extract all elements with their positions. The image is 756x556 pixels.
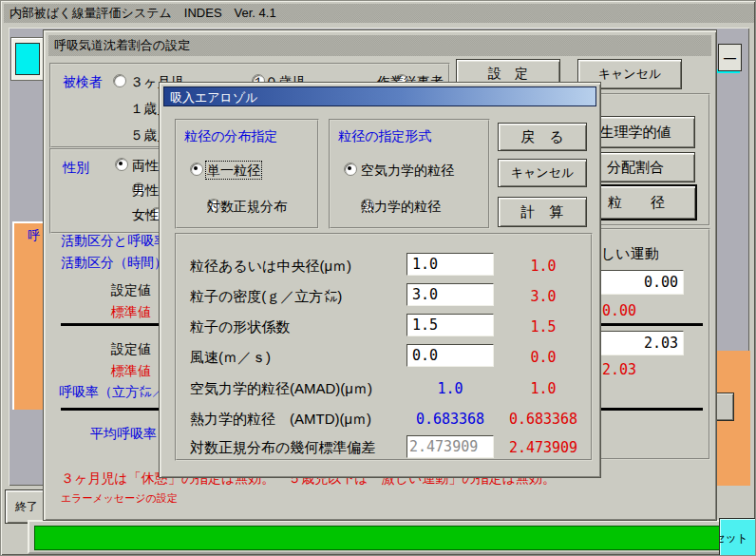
exercise-input-2[interactable] [600,331,684,355]
param-input-gsd [406,435,494,458]
radio-sex-female-label: 女性 [132,207,159,222]
param-input-density[interactable] [406,283,494,306]
param-label-density: 粒子の密度(ｇ／立方㍍) [190,288,342,306]
param-input-windspeed[interactable] [406,344,494,367]
progress-bar [34,526,724,550]
minimize-button[interactable]: — [718,44,742,71]
param-label-amtd: 熱力学的粒径 (AMTD)(μｍ) [190,411,371,429]
orange-panel-label: 呼 [28,227,40,244]
param-input-diameter[interactable] [406,253,494,276]
reset-button[interactable]: リセット [719,518,756,556]
return-button[interactable]: 戻 る [498,123,587,151]
subject-label: 被検者 [63,74,103,89]
avg-breath-label: 平均呼吸率 [90,426,157,441]
radio-subject-3month[interactable] [113,74,126,87]
param-label-shape: 粒子の形状係数 [190,318,290,336]
particle-size-button-label: 粒 径 [608,194,665,212]
aerosol-dialog: 吸入エアロゾル 粒径の分布指定 単一粒径 対数正規分布 粒径の指定形式 空気力学… [159,82,601,478]
calculate-button-label: 計 算 [521,203,564,221]
radio-single-size-label: 単一粒径 [207,163,260,178]
progress-frame [28,520,730,554]
aerosol-dialog-title: 吸入エアロゾル [170,89,258,106]
std-value-label-1: 標準値 [111,304,151,319]
aerosol-dialog-titlebar[interactable]: 吸入エアロゾル [163,86,596,106]
radio-aerodynamic[interactable] [344,163,357,176]
radio-single-size[interactable] [190,163,203,176]
param-label-gsd: 対数正規分布の幾何標準偏差 [190,439,375,457]
set-value-label-1: 設定値 [111,282,151,297]
cancel-button-front-label: キャンセル [511,164,575,182]
app-titlebar[interactable]: 内部被ばく線量評価システム INDES Ver. 4.1 [4,4,754,23]
distribution-groupbox: 粒径の分布指定 単一粒径 対数正規分布 [175,119,319,229]
sex-label: 性別 [63,160,89,175]
radio-sex-male-label: 男性 [132,182,159,198]
param-label-amad: 空気力学的粒径(AMAD)(μｍ) [190,380,372,398]
app-window: 内部被ばく線量評価システム INDES Ver. 4.1 — 呼 終了 リセット… [0,0,756,556]
return-button-label: 戻 る [520,128,563,146]
error-note: エラーメッセージの設定 [61,491,178,506]
param-std-density: 3.0 [505,288,581,305]
param-std-amad: 1.0 [505,380,581,397]
orange-panel-left: 呼 [12,221,47,410]
cancel-button-back-label: キャンセル [598,66,662,83]
app-title: 内部被ばく線量評価システム INDES Ver. 4.1 [9,3,276,24]
param-std-gsd: 2.473909 [505,439,581,456]
deposition-dialog-title: 呼吸気道沈着割合の設定 [54,35,190,56]
physiological-button-label: 生理学的値 [600,124,671,142]
cancel-button-front[interactable]: キャンセル [498,159,587,187]
param-std-amtd: 0.683368 [505,411,581,428]
radio-thermodynamic-label: 熱力学的粒径 [361,199,441,214]
distribution-groupbox-label: 粒径の分布指定 [184,128,277,144]
format-groupbox-label: 粒径の指定形式 [338,128,431,144]
reset-button-label: リセット [719,530,748,546]
partition-button-label: 分配割合 [607,159,664,177]
radio-sex-both[interactable] [115,158,128,171]
calculate-button[interactable]: 計 算 [498,197,587,227]
format-groupbox: 粒径の指定形式 空気力学的粒径 熱力学的粒径 [329,119,490,229]
parameters-groupbox: 粒径あるいは中央径(μｍ) 1.0 粒子の密度(ｇ／立方㍍) 3.0 粒子の形状… [175,233,593,461]
param-input-shape[interactable] [406,314,494,336]
param-std-shape: 1.5 [505,318,581,336]
exercise-std-1: 0.00 [602,302,636,319]
param-value-amad: 1.0 [406,380,494,397]
exercise-input-1[interactable] [600,270,684,295]
param-std-diameter: 1.0 [505,258,581,275]
radio-sex-both-label: 両性 [132,158,159,173]
param-label-windspeed: 風速(ｍ／ｓ) [190,349,271,367]
activity-subtitle: 活動区分（時間） [61,255,167,270]
cyan-indicator-frame [10,37,45,81]
param-std-windspeed: 0.0 [505,349,581,366]
set-value-label-2: 設定値 [111,341,151,356]
exit-button-label: 終了 [15,499,38,515]
std-value-label-2: 標準値 [111,363,151,378]
minimize-icon: — [724,50,736,65]
exercise-std-2: 2.03 [602,361,636,378]
radio-lognormal-label: 対数正規分布 [207,199,287,214]
set-button-label: 設 定 [488,66,528,83]
radio-aerodynamic-label: 空気力学的粒径 [361,163,454,178]
param-label-diameter: 粒径あるいは中央径(μｍ) [190,258,351,276]
param-value-amtd: 0.683368 [406,411,494,428]
cyan-indicator [15,43,40,75]
deposition-dialog-titlebar[interactable]: 呼吸気道沈着割合の設定 [48,35,711,56]
